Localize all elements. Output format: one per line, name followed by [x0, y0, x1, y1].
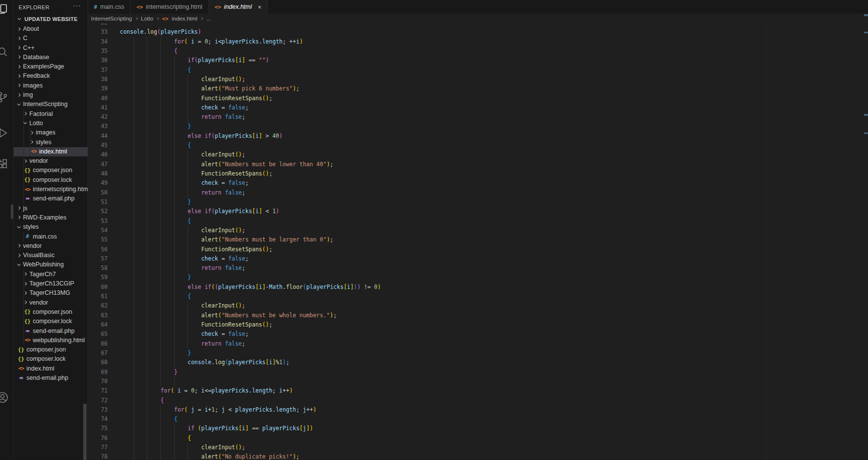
sidebar-item-visualbasic[interactable]: VisualBasic: [14, 251, 88, 260]
code-line-55[interactable]: 55 alert("Numbers must be larger than 0"…: [88, 235, 868, 244]
code-line-72[interactable]: 72 {: [88, 396, 868, 405]
chevron-right-icon[interactable]: [23, 282, 27, 285]
code-line-39[interactable]: 39 alert("Must pick 6 numbers");: [88, 84, 868, 93]
line-number[interactable]: 46: [88, 150, 108, 159]
sidebar-item-send-email-php[interactable]: ●●send-email.php: [14, 373, 88, 383]
chevron-right-icon[interactable]: [17, 254, 21, 257]
code-line-62[interactable]: 62 clearInput();: [88, 301, 868, 310]
sidebar-item-main-css[interactable]: #main.css: [14, 232, 88, 241]
breadcrumb-item-lotto[interactable]: Lotto: [141, 16, 154, 22]
line-number[interactable]: 58: [88, 263, 108, 273]
sidebar-item-webpublishing-html[interactable]: <>webpublishing.html: [14, 336, 88, 345]
more-actions-icon[interactable]: ···: [73, 1, 81, 9]
code-line-54[interactable]: 54 clearInput();: [88, 226, 868, 235]
code-line-61[interactable]: 61 {: [88, 292, 868, 301]
sidebar-item-vendor[interactable]: vendor: [14, 298, 88, 307]
code-line-45[interactable]: 45 {: [88, 141, 868, 150]
sidebar-item-webpublishing[interactable]: WebPublishing: [14, 260, 88, 269]
code-line-71[interactable]: 71 for( i = 0; i<=playerPicks.length; i+…: [88, 386, 868, 395]
code-line-57[interactable]: 57 check = false;: [88, 254, 868, 263]
line-number[interactable]: 67: [88, 349, 108, 358]
line-number[interactable]: 56: [88, 245, 108, 254]
line-number[interactable]: 54: [88, 226, 108, 235]
sidebar-scrollbar[interactable]: [83, 404, 87, 460]
code-line-52[interactable]: 52 else if(playerPicks[i] < 1): [88, 207, 868, 216]
line-number[interactable]: 45: [88, 141, 108, 150]
sidebar-item-index-html[interactable]: <>index.html: [14, 147, 88, 156]
code-line-51[interactable]: 51 }: [88, 197, 868, 207]
breadcrumb-item-internetscripting[interactable]: InternetScripting: [91, 16, 132, 22]
code-line-69[interactable]: 69 }: [88, 368, 868, 377]
sidebar-item-rwd-examples[interactable]: RWD-Examples: [14, 213, 88, 222]
line-number[interactable]: 78: [88, 452, 108, 460]
sidebar-item-vendor[interactable]: vendor: [14, 241, 88, 251]
line-number[interactable]: 74: [88, 415, 108, 424]
sidebar-item-img[interactable]: img: [14, 90, 88, 100]
explorer-icon[interactable]: [0, 3, 9, 16]
chevron-right-icon[interactable]: [17, 46, 21, 49]
code-line-58[interactable]: 58 return false;: [88, 263, 868, 273]
sidebar-item-internetscripting[interactable]: InternetScripting: [14, 100, 88, 109]
chevron-right-icon[interactable]: [30, 140, 33, 144]
sidebar-item-composer-json[interactable]: {}composer.json: [14, 307, 88, 317]
chevron-right-icon[interactable]: [17, 74, 21, 78]
run-debug-icon[interactable]: [0, 127, 9, 139]
chevron-right-icon[interactable]: [17, 65, 21, 68]
sidebar-item-images[interactable]: images: [14, 81, 88, 90]
line-number[interactable]: 50: [88, 188, 108, 197]
line-number[interactable]: 61: [88, 292, 108, 301]
code-line-48[interactable]: 48 FunctionResetSpans();: [88, 169, 868, 178]
code-line-44[interactable]: 44 else if(playerPicks[i] > 40): [88, 131, 868, 141]
line-number[interactable]: 64: [88, 320, 108, 329]
sidebar-item-js[interactable]: js: [14, 204, 88, 213]
chevron-down-icon[interactable]: [18, 17, 21, 20]
code-line-42[interactable]: 42 return false;: [88, 112, 868, 122]
line-number[interactable]: 57: [88, 254, 108, 263]
line-number[interactable]: 62: [88, 301, 108, 310]
sidebar-item-internetscripting-html[interactable]: <>internetscripting.html: [14, 185, 88, 194]
account-icon[interactable]: [0, 391, 9, 404]
code-line-38[interactable]: 38 clearInput();: [88, 75, 868, 84]
code-line-40[interactable]: 40 FunctionResetSpans();: [88, 94, 868, 103]
code-line-68[interactable]: 68 console.log(playerPicks[i]%1);: [88, 358, 868, 367]
code-line-67[interactable]: 67 }: [88, 349, 868, 358]
chevron-right-icon[interactable]: [30, 131, 33, 134]
line-number[interactable]: 40: [88, 94, 108, 103]
extensions-icon[interactable]: [0, 158, 9, 171]
line-number[interactable]: 42: [88, 112, 108, 122]
line-number[interactable]: 34: [88, 37, 108, 46]
tab-internetscripting-html[interactable]: <>internetscripting.html: [131, 0, 209, 14]
sidebar-item-examplespage[interactable]: ExamplesPage: [14, 62, 88, 71]
line-number[interactable]: 53: [88, 217, 108, 226]
line-number[interactable]: 41: [88, 103, 108, 112]
code-line-75[interactable]: 75 if (playerPicks[i] == playerPicks[j]): [88, 424, 868, 433]
sidebar-item-composer-lock[interactable]: {}composer.lock: [14, 317, 88, 326]
sidebar-item-composer-lock[interactable]: {}composer.lock: [14, 175, 88, 185]
sidebar-item-styles[interactable]: styles: [14, 222, 88, 232]
code-line-78[interactable]: 78 alert("No duplicate picks!");: [88, 452, 868, 460]
chevron-right-icon[interactable]: [23, 301, 27, 304]
breadcrumb-item-[interactable]: ...: [206, 16, 211, 22]
chevron-right-icon[interactable]: [23, 272, 27, 276]
chevron-right-icon[interactable]: [17, 216, 21, 219]
line-number[interactable]: 71: [88, 386, 108, 395]
line-number[interactable]: 35: [88, 46, 108, 56]
line-number[interactable]: 59: [88, 273, 108, 282]
sidebar-item-index-html[interactable]: <>index.html: [14, 364, 88, 373]
chevron-down-icon[interactable]: [17, 263, 21, 266]
line-number[interactable]: 72: [88, 396, 108, 405]
line-number[interactable]: 37: [88, 66, 108, 75]
code-line-53[interactable]: 53 {: [88, 217, 868, 226]
chevron-right-icon[interactable]: [23, 159, 27, 163]
chevron-right-icon[interactable]: [17, 55, 21, 59]
code-line-43[interactable]: 43 }: [88, 122, 868, 131]
code-line-66[interactable]: 66 return false;: [88, 339, 868, 349]
line-number[interactable]: 38: [88, 75, 108, 84]
code-line-73[interactable]: 73 for( j = i+1; j < playerPicks.length;…: [88, 405, 868, 415]
line-number[interactable]: 60: [88, 283, 108, 292]
tab-main-css[interactable]: #main.css: [88, 0, 131, 14]
code-line-74[interactable]: 74 {: [88, 415, 868, 424]
code-line-59[interactable]: 59 }: [88, 273, 868, 282]
chevron-down-icon[interactable]: [17, 225, 21, 228]
sidebar-item-about[interactable]: About: [14, 24, 88, 34]
